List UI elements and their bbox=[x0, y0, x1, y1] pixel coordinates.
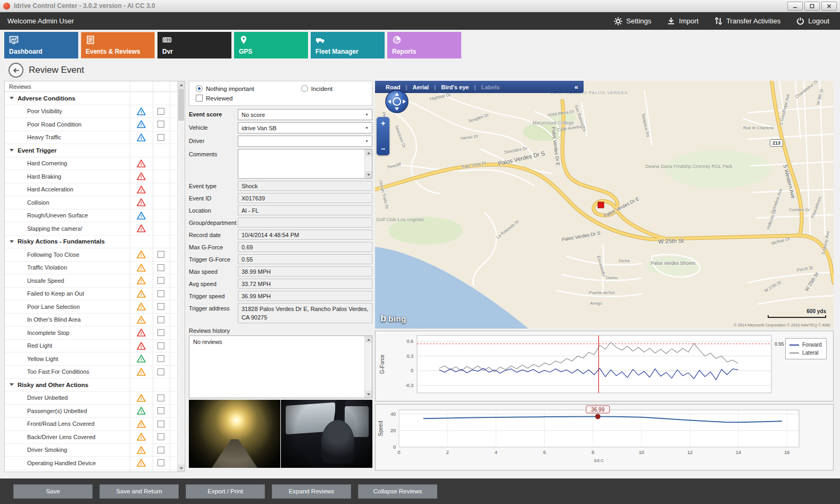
map-scale-bar bbox=[768, 315, 826, 318]
maximize-button[interactable] bbox=[804, 2, 820, 11]
warning-triangle-icon: ! bbox=[137, 355, 146, 365]
map-mode-bird-s-eye[interactable]: Bird's eye bbox=[436, 84, 474, 90]
zoom-out-button[interactable]: − bbox=[381, 145, 385, 153]
trigger-address-field: 31828 Palos Verdes Dr E, Rancho Palos Ve… bbox=[238, 303, 372, 323]
reviews-history-label: Reviews history bbox=[189, 327, 372, 334]
video-thumbnail-road-camera[interactable] bbox=[189, 400, 280, 468]
tab-fleet-manager[interactable]: Fleet Manager bbox=[311, 32, 385, 58]
scroll-down-icon[interactable] bbox=[365, 391, 372, 398]
review-item-checkbox[interactable] bbox=[157, 342, 164, 349]
review-item-checkbox[interactable] bbox=[157, 264, 164, 271]
scroll-up-icon[interactable] bbox=[365, 336, 372, 343]
review-item-label: Poor Visibility bbox=[27, 108, 62, 114]
tab-dvr[interactable]: Dvr bbox=[157, 32, 231, 58]
reviewed-checkbox[interactable] bbox=[196, 95, 203, 102]
review-item-checkbox[interactable] bbox=[157, 421, 164, 427]
warning-triangle-icon: ! bbox=[137, 329, 146, 339]
event-location-marker[interactable] bbox=[598, 202, 604, 208]
nothing-important-radio[interactable] bbox=[196, 85, 203, 92]
svg-text:!: ! bbox=[140, 266, 142, 271]
review-item-checkbox[interactable] bbox=[157, 329, 164, 336]
review-group-risky-and-other-actions[interactable]: Risky and Other Actions bbox=[5, 379, 177, 392]
bing-logo: b bing bbox=[380, 313, 406, 324]
warning-triangle-icon: ! bbox=[137, 198, 146, 208]
save-button[interactable]: Save bbox=[13, 484, 93, 499]
review-item-checkbox[interactable] bbox=[157, 251, 164, 258]
transfer-activities-button[interactable]: Transfer Activities bbox=[714, 17, 780, 25]
vehicle-select[interactable]: idrive Van SB▼ bbox=[238, 122, 372, 133]
warning-triangle-icon: ! bbox=[137, 250, 146, 261]
review-item-checkbox[interactable] bbox=[157, 303, 164, 310]
bing-map[interactable]: EAST RANCHO PALOS VERDESMarymount Colleg… bbox=[375, 81, 834, 329]
vignette-overlay bbox=[281, 400, 372, 468]
minimize-button[interactable] bbox=[787, 2, 803, 11]
review-item-checkbox[interactable] bbox=[157, 433, 164, 440]
expand-reviews-button[interactable]: Expand Reviews bbox=[272, 484, 351, 499]
tab-gps[interactable]: GPS bbox=[234, 32, 308, 58]
map-mode-labels[interactable]: Labels bbox=[476, 84, 505, 90]
location-field: Al - FL bbox=[238, 205, 372, 215]
svg-text:14: 14 bbox=[736, 450, 741, 455]
map-mode-aerial[interactable]: Aerial bbox=[407, 84, 435, 90]
map-pan-control[interactable] bbox=[385, 89, 409, 116]
scroll-down-icon[interactable] bbox=[365, 171, 372, 178]
reviews-history-scrollbar[interactable] bbox=[364, 336, 372, 398]
review-item-checkbox[interactable] bbox=[157, 355, 164, 362]
tab-events-reviews[interactable]: Events & Reviews bbox=[81, 32, 155, 58]
review-item-label: Unsafe Speed bbox=[27, 278, 64, 284]
close-button[interactable] bbox=[821, 2, 837, 11]
reviews-scrollbar[interactable] bbox=[177, 81, 185, 472]
event-score-select[interactable]: No score▼ bbox=[238, 109, 372, 120]
scroll-up-icon[interactable] bbox=[178, 81, 185, 88]
tab-label: Fleet Manager bbox=[315, 48, 359, 55]
maximize-icon bbox=[810, 4, 814, 9]
review-item-checkbox[interactable] bbox=[157, 447, 164, 453]
review-item-checkbox[interactable] bbox=[157, 121, 164, 128]
review-group-label: Event Trigger bbox=[18, 147, 57, 154]
review-item-checkbox[interactable] bbox=[157, 134, 164, 141]
review-item-checkbox[interactable] bbox=[157, 407, 164, 414]
scroll-down-icon[interactable] bbox=[178, 465, 185, 472]
import-button[interactable]: Import bbox=[667, 17, 698, 25]
reviews-history-box[interactable]: No reviews bbox=[189, 335, 372, 398]
settings-button[interactable]: Settings bbox=[614, 17, 651, 26]
svg-text:SEC: SEC bbox=[594, 458, 604, 463]
review-item-checkbox[interactable] bbox=[157, 290, 164, 297]
gforce-chart: -0.300.30.60.55G-Force bbox=[376, 331, 833, 401]
review-item-label: Collision bbox=[27, 199, 49, 206]
review-item-checkbox[interactable] bbox=[157, 394, 164, 401]
video-thumbnail-driver-camera[interactable] bbox=[281, 400, 372, 468]
review-item-checkbox[interactable] bbox=[157, 316, 164, 323]
review-group-risky-actions-fundamentals[interactable]: Risky Actions - Fundamentals bbox=[5, 236, 177, 249]
svg-text:!: ! bbox=[140, 122, 142, 128]
review-group-adverse-conditions[interactable]: Adverse Conditions bbox=[5, 92, 177, 105]
save-and-return-button[interactable]: Save and Return bbox=[99, 484, 179, 499]
tab-dashboard[interactable]: Dashboard bbox=[4, 32, 78, 58]
driver-select[interactable]: ▼ bbox=[238, 136, 372, 147]
reviews-panel: Reviews Adverse ConditionsPoor Visibilit… bbox=[4, 81, 185, 472]
review-item-checkbox[interactable] bbox=[157, 459, 164, 466]
window-controls bbox=[787, 2, 837, 11]
comments-textarea[interactable] bbox=[238, 149, 372, 179]
review-item-label: Driver Smoking bbox=[27, 447, 67, 453]
review-item-checkbox[interactable] bbox=[157, 108, 164, 115]
tab-reports[interactable]: Reports bbox=[387, 32, 461, 58]
review-item-checkbox[interactable] bbox=[157, 368, 164, 375]
review-item-checkbox[interactable] bbox=[157, 277, 164, 284]
review-item-yellow-light: Yellow Light! bbox=[5, 352, 177, 366]
route-213-shield: 213 bbox=[770, 139, 783, 147]
svg-text:!: ! bbox=[140, 435, 142, 440]
svg-text:!: ! bbox=[140, 174, 142, 180]
warning-triangle-icon: ! bbox=[137, 276, 146, 287]
scroll-up-icon[interactable] bbox=[365, 149, 372, 156]
review-group-event-trigger[interactable]: Event Trigger bbox=[5, 144, 177, 157]
back-button[interactable] bbox=[9, 63, 23, 78]
collapse-reviews-button[interactable]: Collapse Reviews bbox=[358, 484, 437, 499]
zoom-in-button[interactable]: + bbox=[381, 120, 385, 127]
textarea-scrollbar[interactable] bbox=[364, 149, 372, 178]
map-toolbar-collapse-button[interactable]: « bbox=[575, 83, 578, 91]
scroll-thumb[interactable] bbox=[178, 89, 184, 121]
logout-button[interactable]: Logout bbox=[796, 17, 829, 25]
incident-radio[interactable] bbox=[301, 85, 308, 92]
export-print-button[interactable]: Export / Print bbox=[186, 484, 265, 499]
